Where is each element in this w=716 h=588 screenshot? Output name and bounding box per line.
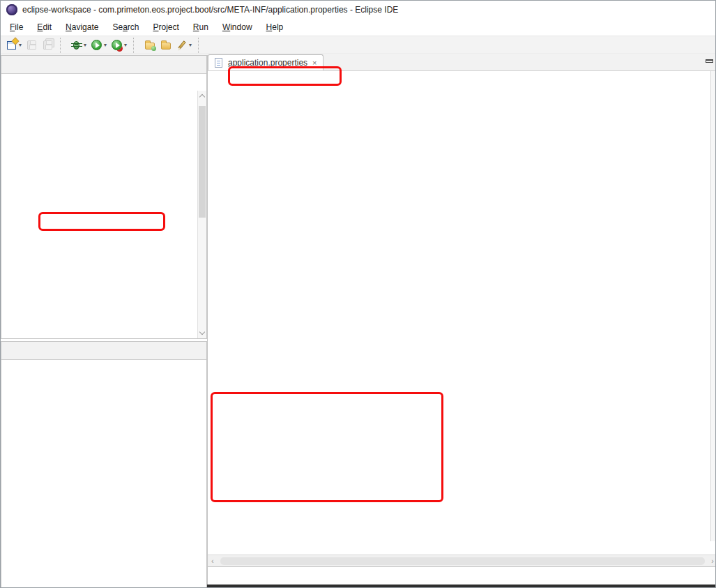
- close-icon[interactable]: ×: [312, 59, 317, 67]
- doc-outline-icon: [224, 40, 236, 51]
- editor-horizontal-scrollbar[interactable]: ‹ ›: [208, 555, 716, 566]
- scroll-down-icon[interactable]: [199, 329, 205, 335]
- toolbar-separator: [133, 38, 139, 53]
- new-wizard-icon: [6, 40, 17, 51]
- scroll-thumb[interactable]: [199, 106, 206, 218]
- explorer-tab-bar: [1, 56, 206, 74]
- open-folder-icon: [160, 40, 172, 51]
- project-explorer-view: [1, 55, 207, 339]
- doc-outline-button[interactable]: [222, 37, 238, 54]
- editor-overview-ruler[interactable]: [710, 71, 716, 541]
- editor-tab-application-properties[interactable]: application.properties ×: [208, 54, 323, 70]
- menu-file[interactable]: File: [3, 20, 29, 34]
- minimize-editor-icon[interactable]: [706, 59, 713, 63]
- menu-search[interactable]: Search: [106, 20, 145, 34]
- eclipse-window: eclipse-workspace - com.primeton.eos.pro…: [0, 0, 716, 588]
- dropdown-arrow-icon[interactable]: ▾: [104, 43, 107, 48]
- editor-tab-bar: application.properties ×: [208, 55, 716, 71]
- import-eos-folder-button[interactable]: [142, 37, 158, 54]
- run-external-icon: [111, 40, 123, 51]
- run-icon: [91, 40, 102, 51]
- editor-tab-label: application.properties: [228, 58, 307, 68]
- save-all-button: [40, 37, 56, 54]
- menu-run[interactable]: Run: [187, 20, 215, 34]
- highlighter-icon: [176, 40, 188, 51]
- run-button[interactable]: ▾: [89, 37, 109, 54]
- main-toolbar: ▾▾▾▾▾: [1, 36, 715, 54]
- explorer-scrollbar[interactable]: [197, 91, 206, 338]
- properties-file-icon: [213, 57, 224, 68]
- save-icon: [26, 40, 38, 51]
- debug-button[interactable]: ▾: [68, 37, 89, 54]
- dropdown-arrow-icon[interactable]: ▾: [84, 43, 86, 48]
- explorer-toolbar: [1, 74, 206, 91]
- link-doc-icon: [208, 40, 220, 51]
- open-folder-button[interactable]: [158, 37, 174, 54]
- dropdown-arrow-icon[interactable]: ▾: [19, 43, 22, 48]
- save-button: [24, 37, 40, 54]
- menu-bar: FileEditNavigateSearchProjectRunWindowHe…: [1, 19, 715, 36]
- bottom-edge: [207, 585, 716, 587]
- bottom-tab-bar: [208, 567, 716, 587]
- datasource-tab-bar: [1, 342, 206, 360]
- project-tree: [1, 91, 197, 338]
- editor-area: application.properties × ‹ ›: [207, 55, 716, 566]
- dropdown-arrow-icon[interactable]: ▾: [124, 43, 127, 48]
- menu-window[interactable]: Window: [216, 20, 259, 34]
- editor-text-area[interactable]: [208, 71, 716, 541]
- eclipse-logo-icon: [6, 4, 17, 15]
- debug-icon: [70, 40, 82, 51]
- menu-edit[interactable]: Edit: [31, 20, 58, 34]
- highlighter-button[interactable]: ▾: [174, 37, 194, 54]
- menu-help[interactable]: Help: [260, 20, 290, 34]
- scroll-up-icon[interactable]: [199, 94, 205, 100]
- toolbar-separator: [60, 38, 66, 53]
- data-source-explorer-view: [1, 341, 207, 588]
- save-all-icon: [42, 40, 54, 51]
- dropdown-arrow-icon[interactable]: ▾: [189, 43, 192, 48]
- window-title: eclipse-workspace - com.primeton.eos.pro…: [22, 5, 398, 15]
- scroll-left-icon[interactable]: ‹: [211, 557, 214, 565]
- import-eos-folder-icon: [144, 40, 155, 51]
- new-wizard-button[interactable]: ▾: [3, 37, 24, 54]
- run-external-button[interactable]: ▾: [109, 37, 129, 54]
- link-doc-button[interactable]: [206, 37, 222, 54]
- menu-navigate[interactable]: Navigate: [59, 20, 105, 34]
- title-bar: eclipse-workspace - com.primeton.eos.pro…: [1, 1, 715, 19]
- scroll-right-icon[interactable]: ›: [711, 557, 714, 565]
- hscroll-thumb[interactable]: [220, 557, 705, 565]
- datasource-toolbar: [1, 360, 206, 377]
- toolbar-separator: [198, 38, 204, 53]
- menu-project[interactable]: Project: [146, 20, 185, 34]
